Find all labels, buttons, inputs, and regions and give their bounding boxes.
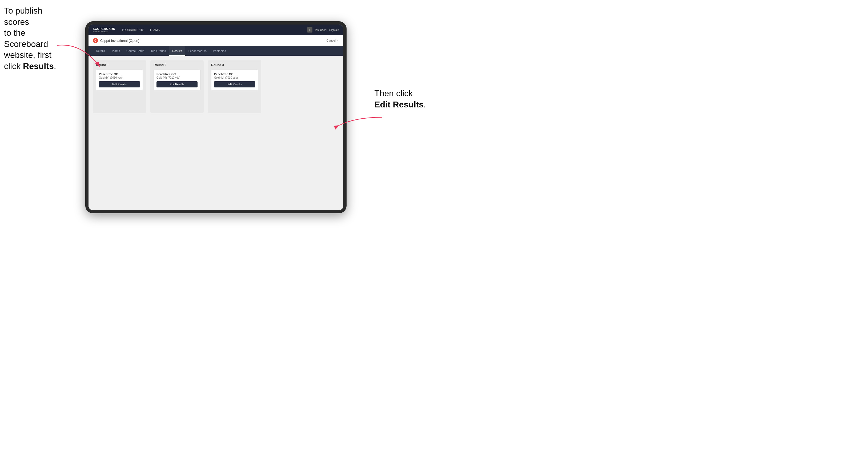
main-content: Round 1 Peachtree GC Gold (M) (7010 yds)…: [89, 56, 343, 210]
round-2-course-card: Peachtree GC Gold (M) (7010 yds) Edit Re…: [154, 69, 200, 90]
round-2-edit-results-button[interactable]: Edit Results: [156, 81, 197, 87]
top-nav: SCOREBOARD Powered by clippd TOURNAMENTS…: [89, 25, 343, 35]
round-1-course-details: Gold (M) (7010 yds): [99, 76, 140, 79]
round-3-course-details: Gold (M) (7010 yds): [214, 76, 255, 79]
tab-leaderboards[interactable]: Leaderboards: [185, 46, 210, 56]
round-2-course-details: Gold (M) (7010 yds): [156, 76, 197, 79]
annotation-right-line1: Then click: [374, 89, 413, 98]
annotation-right-bold: Edit Results: [374, 100, 424, 109]
round-3-column: Round 3 Peachtree GC Gold (M) (7010 yds)…: [208, 60, 261, 113]
cancel-label: Cancel: [327, 39, 336, 42]
content-area: C Clippd Invitational (Open) Cancel ✕ De…: [89, 35, 343, 210]
tab-course-setup[interactable]: Course Setup: [123, 46, 148, 56]
annotation-right-end: .: [424, 100, 426, 109]
cancel-button[interactable]: Cancel ✕: [327, 39, 339, 42]
sign-out-link[interactable]: Sign out: [329, 29, 339, 31]
rounds-container: Round 1 Peachtree GC Gold (M) (7010 yds)…: [93, 60, 339, 113]
logo-text: SCOREBOARD: [93, 27, 115, 30]
round-3-title: Round 3: [211, 63, 258, 67]
nav-user-text: Test User |: [315, 29, 328, 31]
arrow-left-icon: [49, 40, 108, 75]
round-2-course-name: Peachtree GC: [156, 72, 197, 76]
round-2-column: Round 2 Peachtree GC Gold (M) (7010 yds)…: [150, 60, 204, 113]
annotation-line1: To publish scores: [4, 6, 42, 27]
nav-teams[interactable]: TEAMS: [150, 27, 160, 33]
tabs-bar: Details Teams Course Setup Tee Groups Re…: [89, 46, 343, 56]
tab-tee-groups[interactable]: Tee Groups: [148, 46, 169, 56]
tab-printables[interactable]: Printables: [210, 46, 229, 56]
user-avatar: T: [307, 27, 312, 33]
tab-teams[interactable]: Teams: [108, 46, 123, 56]
tab-results-label: Results: [172, 49, 182, 53]
tab-tee-groups-label: Tee Groups: [151, 49, 166, 53]
tab-course-setup-label: Course Setup: [126, 49, 144, 53]
nav-right: T Test User | Sign out: [307, 27, 339, 33]
annotation-line2: to the Scoreboard: [4, 28, 48, 49]
round-2-title: Round 2: [154, 63, 200, 67]
tab-printables-label: Printables: [213, 49, 226, 53]
nav-tournaments[interactable]: TOURNAMENTS: [122, 27, 144, 33]
annotation-line3: website, first: [4, 50, 52, 60]
annotation-line4: click Results.: [4, 61, 56, 71]
annotation-right: Then click Edit Results.: [374, 88, 426, 110]
close-icon: ✕: [337, 39, 339, 42]
logo-sub: Powered by clippd: [93, 31, 115, 33]
tablet-device: SCOREBOARD Powered by clippd TOURNAMENTS…: [85, 21, 347, 213]
tab-leaderboards-label: Leaderboards: [188, 49, 207, 53]
tournament-header: C Clippd Invitational (Open) Cancel ✕: [89, 35, 343, 46]
round-1-edit-results-button[interactable]: Edit Results: [99, 81, 140, 87]
round-3-course-card: Peachtree GC Gold (M) (7010 yds) Edit Re…: [211, 69, 258, 90]
round-3-edit-results-button[interactable]: Edit Results: [214, 81, 255, 87]
round-3-course-name: Peachtree GC: [214, 72, 255, 76]
tab-results[interactable]: Results: [169, 46, 185, 56]
logo-area: SCOREBOARD Powered by clippd: [93, 27, 115, 32]
tablet-screen: SCOREBOARD Powered by clippd TOURNAMENTS…: [89, 25, 343, 210]
tab-teams-label: Teams: [112, 49, 120, 53]
arrow-right-icon: [334, 112, 388, 133]
nav-links: TOURNAMENTS TEAMS: [122, 27, 307, 33]
